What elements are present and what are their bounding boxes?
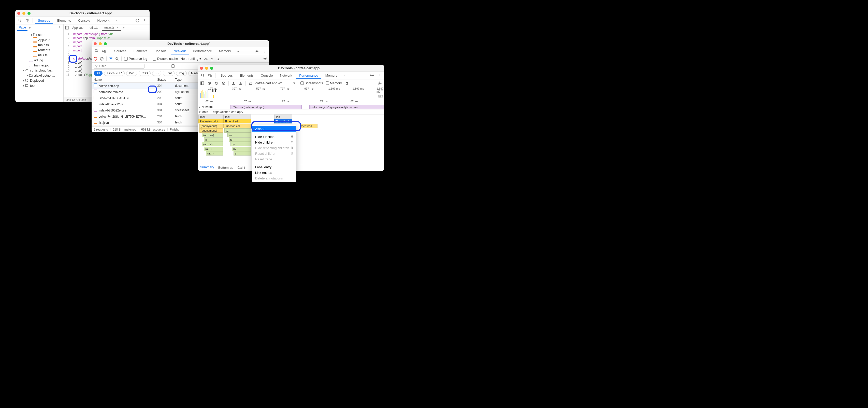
flame-cell[interactable]: tz <box>229 138 251 142</box>
more-file-tabs-icon[interactable]: » <box>122 26 126 30</box>
network-bar[interactable]: 522e.css (coffee-cart.app) <box>230 105 302 109</box>
details-tab[interactable]: Summary <box>200 165 214 170</box>
more-tabs-icon[interactable]: » <box>235 48 241 54</box>
tree-item[interactable]: ad.jpg <box>15 58 63 63</box>
main-lane-header[interactable]: ▾ Main — https://coffee-cart.app/ <box>198 110 384 115</box>
preserve-log-checkbox[interactable]: Preserve log <box>124 57 147 61</box>
flame-cell[interactable]: e <box>234 151 251 155</box>
network-lane-header[interactable]: ▸ Network 522e.css (coffee-cart.app)coll… <box>198 104 384 110</box>
tab-network[interactable]: Network <box>277 72 296 79</box>
menu-item[interactable]: Hide childrenC <box>252 140 296 145</box>
flame-cell[interactable]: (an…s) <box>202 142 223 146</box>
tab-performance[interactable]: Performance <box>296 72 321 79</box>
download-icon[interactable] <box>216 57 220 61</box>
memory-checkbox[interactable]: Memory <box>326 81 342 85</box>
network-settings-icon[interactable] <box>263 57 267 61</box>
screenshots-checkbox[interactable]: Screenshots <box>301 81 323 85</box>
network-conditions-icon[interactable] <box>204 57 208 61</box>
titlebar[interactable]: DevTools - coffee-cart.app/ <box>198 65 384 72</box>
perf-settings-icon[interactable] <box>377 81 382 86</box>
tree-item[interactable]: main.ts <box>15 42 63 47</box>
flame-cell[interactable]: Function call <box>223 124 251 128</box>
overview-timeline[interactable]: 197 ms397 ms597 ms797 ms997 ms1,197 ms1,… <box>198 87 384 99</box>
flame-cell[interactable]: c <box>204 138 223 142</box>
col-status[interactable]: Status <box>155 77 173 83</box>
tab-console[interactable]: Console <box>151 48 170 55</box>
tab-elements[interactable]: Elements <box>54 17 74 24</box>
settings-icon[interactable] <box>369 72 375 79</box>
kebab-icon[interactable]: ⋮ <box>261 48 267 54</box>
tab-elements[interactable]: Elements <box>130 48 150 55</box>
record-icon[interactable] <box>94 57 97 61</box>
clear-icon[interactable] <box>221 81 226 86</box>
kebab-icon[interactable]: ⋮ <box>58 26 61 30</box>
file-tab[interactable]: App.vue <box>70 25 86 31</box>
menu-item[interactable]: Ask AI <box>252 126 296 132</box>
menu-item[interactable]: Link entries <box>252 170 296 175</box>
toggle-sidebar-icon[interactable] <box>65 26 69 30</box>
tab-elements[interactable]: Elements <box>237 72 257 79</box>
titlebar[interactable]: DevTools - coffee-cart.app/ <box>92 40 269 47</box>
network-bar[interactable]: collect (region1.google-analytics.com) <box>309 105 384 109</box>
throttling-select[interactable]: No throttling ▾ <box>181 57 201 61</box>
filter-pill[interactable]: Fetch/XHR <box>104 71 125 76</box>
tree-item[interactable]: App.vue <box>15 37 63 42</box>
tab-network[interactable]: Network <box>171 48 189 55</box>
download-icon[interactable] <box>238 81 243 86</box>
file-tree[interactable]: ▶storeApp.vuemain.tsrouter.tsutils.tsad.… <box>15 31 63 89</box>
collapse-icon[interactable]: ▾ <box>198 110 202 114</box>
kebab-icon[interactable]: ⋮ <box>376 72 382 79</box>
settings-icon[interactable] <box>134 18 141 24</box>
upload-icon[interactable] <box>231 81 236 86</box>
filter-pill[interactable]: Img <box>176 71 187 76</box>
minimize-icon[interactable] <box>205 67 208 70</box>
home-icon[interactable] <box>248 81 253 86</box>
tree-item[interactable]: ▼cdnjs.cloudflar… <box>15 68 63 73</box>
gc-icon[interactable] <box>344 81 349 86</box>
tab-sources[interactable]: Sources <box>35 17 53 24</box>
device-icon[interactable] <box>101 48 107 54</box>
minimize-icon[interactable] <box>22 12 25 15</box>
expand-icon[interactable]: ▸ <box>198 105 202 109</box>
tab-network[interactable]: Network <box>94 17 113 24</box>
file-tab[interactable]: main.ts × <box>102 25 121 31</box>
menu-item[interactable]: Label entry <box>252 164 296 170</box>
settings-icon[interactable] <box>254 48 260 54</box>
timeline-ruler[interactable]: 62 ms67 ms72 ms77 ms82 ms <box>198 99 384 104</box>
flame-cell[interactable]: Task <box>223 115 251 119</box>
flame-cell[interactable]: Timer fired <box>223 119 251 123</box>
tab-memory[interactable]: Memory <box>216 48 234 55</box>
flame-cell[interactable]: Task <box>274 115 292 119</box>
tab-console[interactable]: Console <box>258 72 276 79</box>
flame-cell[interactable]: mer fired <box>300 124 317 128</box>
filter-pill[interactable]: JS <box>152 71 161 76</box>
close-icon[interactable] <box>17 12 20 15</box>
filter-pill[interactable]: Font <box>163 71 175 76</box>
tab-console[interactable]: Console <box>75 17 93 24</box>
close-tab-icon[interactable]: × <box>117 26 118 29</box>
zoom-icon[interactable] <box>104 42 107 45</box>
subtab-page[interactable]: Page <box>17 25 28 31</box>
menu-item[interactable]: Hide functionH <box>252 134 296 140</box>
tab-memory[interactable]: Memory <box>322 72 340 79</box>
close-icon[interactable] <box>94 42 97 45</box>
flame-cell[interactable]: yz <box>224 128 251 133</box>
inspect-icon[interactable] <box>17 18 23 24</box>
flame-cell[interactable]: wz <box>227 133 251 137</box>
col-name[interactable]: Name <box>92 77 155 83</box>
tree-item[interactable]: banner.jpg <box>15 63 63 68</box>
filter-icon[interactable] <box>109 57 113 61</box>
flame-cell[interactable]: Timer fired <box>274 119 292 123</box>
minimize-icon[interactable] <box>99 42 102 45</box>
drawer-icon[interactable] <box>200 81 205 86</box>
tree-item[interactable]: ▶store <box>15 32 63 37</box>
tree-item[interactable]: ▼Deployed <box>15 78 63 83</box>
upload-icon[interactable] <box>210 57 214 61</box>
recording-select[interactable]: coffee-cart.app #2▾ <box>255 81 295 85</box>
close-icon[interactable] <box>200 67 203 70</box>
more-subtabs-icon[interactable]: » <box>29 26 31 30</box>
filter-pill[interactable]: Doc <box>126 71 137 76</box>
tab-sources[interactable]: Sources <box>111 48 129 55</box>
more-tabs-icon[interactable]: » <box>114 18 120 24</box>
device-icon[interactable] <box>24 18 31 24</box>
